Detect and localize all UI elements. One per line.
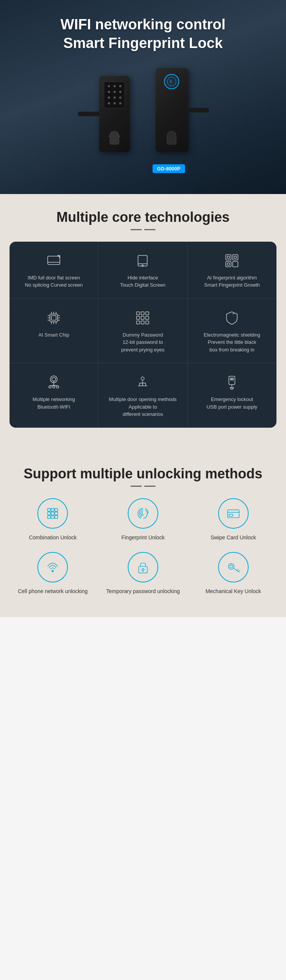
svg-rect-30 xyxy=(146,316,149,319)
unlock-grid: Combination Unlock Fingerprint Unlock xyxy=(13,498,273,594)
svg-line-71 xyxy=(237,569,238,571)
svg-rect-58 xyxy=(48,515,51,518)
unlock-label-card: Swipe Card Unlock xyxy=(210,534,256,541)
password-icon xyxy=(133,308,152,327)
tech-text-hide: Hide interfaceTouch Digital Screen xyxy=(120,274,165,289)
svg-point-66 xyxy=(142,569,144,571)
tech-grid: IMD full door flat screenNo splicing Cur… xyxy=(10,242,276,428)
svg-rect-5 xyxy=(233,255,238,260)
unlock-divider xyxy=(8,486,278,487)
svg-rect-29 xyxy=(141,316,144,319)
svg-rect-65 xyxy=(139,566,148,573)
tech-cell-networking: Multiple networkingBluetooth·WIFI xyxy=(10,363,98,428)
multi-door-icon xyxy=(133,373,152,392)
lock-right: GD-8000P xyxy=(147,68,196,167)
svg-point-3 xyxy=(142,265,143,266)
svg-rect-27 xyxy=(146,312,149,315)
keypad-icon xyxy=(37,498,68,529)
svg-rect-56 xyxy=(51,512,55,515)
svg-point-42 xyxy=(141,377,144,380)
unlock-label-phone: Cell phone network unlocking xyxy=(18,588,88,594)
svg-point-68 xyxy=(228,563,234,569)
usb-icon xyxy=(222,373,241,392)
svg-point-37 xyxy=(49,386,51,388)
svg-rect-63 xyxy=(229,514,233,516)
screen-icon xyxy=(44,251,63,270)
svg-rect-0 xyxy=(48,256,60,265)
section-divider xyxy=(8,229,278,230)
unlock-item-phone: Cell phone network unlocking xyxy=(13,552,92,594)
unlock-label-key: Mechanical Key Unlock xyxy=(206,588,261,594)
unlock-label-combination: Combination Unlock xyxy=(29,534,77,541)
unlock-item-combination: Combination Unlock xyxy=(13,498,92,541)
tech-cell-hide: Hide interfaceTouch Digital Screen xyxy=(98,242,187,299)
unlock-item-temp-password: Temporary password unlocking xyxy=(104,552,183,594)
svg-rect-9 xyxy=(234,256,236,258)
svg-rect-55 xyxy=(48,512,51,515)
tech-section-title: Multiple core technologies xyxy=(8,209,278,225)
tech-text-imd: IMD full door flat screenNo splicing Cur… xyxy=(25,274,83,289)
svg-rect-51 xyxy=(232,378,233,380)
fingerprint-unlock-icon xyxy=(128,498,158,529)
chip-icon xyxy=(44,308,63,327)
hero-title: WIFI networking control Smart Fingerprin… xyxy=(8,15,278,53)
unlock-label-temp-password: Temporary password unlocking xyxy=(106,588,180,594)
tech-cell-emergency: Emergency lockoutUSB port power supply xyxy=(188,363,276,428)
svg-rect-31 xyxy=(137,321,140,324)
svg-rect-59 xyxy=(51,515,55,518)
tech-cell-chip: AI Smart Chip xyxy=(10,299,98,364)
model-badge: GD-8000P xyxy=(153,164,185,173)
unlock-section: Support multiple unlocking methods xyxy=(0,447,286,617)
svg-point-64 xyxy=(52,570,53,572)
svg-rect-6 xyxy=(226,261,231,267)
tech-text-fingerprint: AI fingerprint algorithmSmart Fingerprin… xyxy=(204,274,260,289)
tech-text-chip: AI Smart Chip xyxy=(39,331,69,339)
tech-cell-password: Dummy Password12-bit password toprevent … xyxy=(98,299,187,364)
svg-rect-26 xyxy=(141,312,144,315)
tech-cell-imd: IMD full door flat screenNo splicing Cur… xyxy=(10,242,98,299)
svg-rect-52 xyxy=(48,508,51,511)
unlock-label-fingerprint: Fingerprint Unlock xyxy=(121,534,165,541)
tech-text-multi-door: Multiple door opening methodsApplicable … xyxy=(109,396,177,418)
svg-line-40 xyxy=(50,385,54,386)
svg-rect-28 xyxy=(137,316,140,319)
unlock-section-title: Support multiple unlocking methods xyxy=(8,466,278,482)
tech-cell-fingerprint: AI fingerprint algorithmSmart Fingerprin… xyxy=(188,242,276,299)
svg-rect-25 xyxy=(137,312,140,315)
svg-rect-32 xyxy=(141,321,144,324)
svg-line-72 xyxy=(238,570,239,572)
svg-rect-33 xyxy=(146,321,149,324)
fingerprint-algo-icon xyxy=(222,251,241,270)
svg-point-38 xyxy=(53,386,55,388)
svg-rect-48 xyxy=(229,376,235,385)
svg-rect-1 xyxy=(138,255,147,266)
tech-grid-container: IMD full door flat screenNo splicing Cur… xyxy=(10,242,276,428)
svg-rect-54 xyxy=(55,508,58,511)
svg-rect-7 xyxy=(233,261,238,267)
wifi-icon xyxy=(37,552,68,582)
svg-rect-53 xyxy=(51,508,55,511)
key-icon xyxy=(218,552,249,582)
shield-icon xyxy=(222,308,241,327)
tech-cell-shielding: Electromagnetic shieldingPrevent the lit… xyxy=(188,299,276,364)
unlock-item-key: Mechanical Key Unlock xyxy=(194,552,273,594)
svg-point-39 xyxy=(56,386,59,388)
touch-icon xyxy=(133,251,152,270)
unlock-item-card: Swipe Card Unlock xyxy=(194,498,273,541)
lock-left xyxy=(90,76,139,167)
tech-text-shielding: Electromagnetic shieldingPrevent the lit… xyxy=(204,331,260,354)
tech-text-password: Dummy Password12-bit password toprevent … xyxy=(121,331,164,354)
network-icon xyxy=(44,373,63,392)
tech-text-networking: Multiple networkingBluetooth·WIFI xyxy=(33,396,75,411)
unlock-item-fingerprint: Fingerprint Unlock xyxy=(104,498,183,541)
svg-rect-24 xyxy=(51,316,56,320)
svg-rect-4 xyxy=(226,255,231,260)
svg-rect-10 xyxy=(227,263,230,265)
card-icon xyxy=(218,498,249,529)
lock-icon xyxy=(128,552,158,582)
tech-cell-multi-door: Multiple door opening methodsApplicable … xyxy=(98,363,187,428)
hero-section: WIFI networking control Smart Fingerprin… xyxy=(0,0,286,194)
svg-point-34 xyxy=(52,377,56,381)
technologies-section: Multiple core technologies IMD full door… xyxy=(0,194,286,447)
svg-rect-11 xyxy=(50,314,58,322)
